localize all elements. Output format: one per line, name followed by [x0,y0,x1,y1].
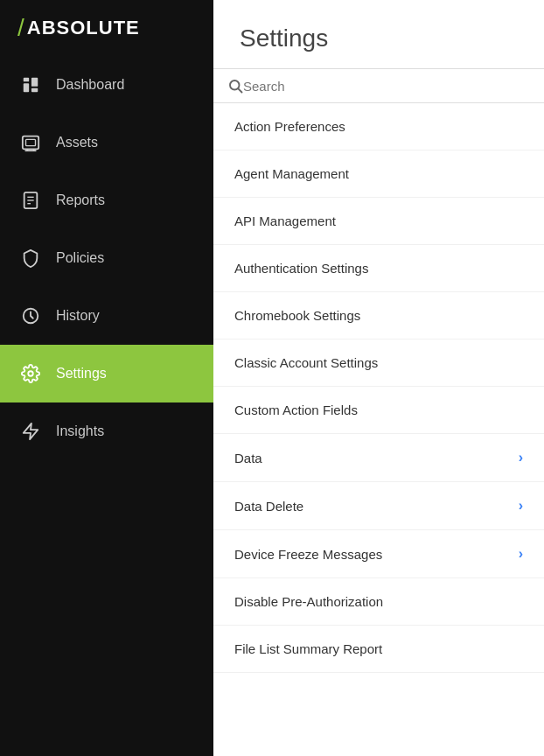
sidebar-item-label: Insights [56,424,104,439]
insights-icon [21,422,40,441]
settings-item-label: Data [234,451,262,466]
main-content: Settings Action PreferencesAgent Managem… [213,0,544,756]
settings-item-label: Data Delete [234,499,303,514]
logo-slash: / [17,16,25,40]
svg-line-17 [238,88,241,92]
settings-item-label: Action Preferences [234,119,345,134]
settings-list-item[interactable]: Device Freeze Messages› [213,530,544,578]
sidebar-item-history[interactable]: History [0,287,213,345]
settings-item-label: API Management [234,214,336,228]
svg-rect-0 [24,78,29,82]
settings-item-label: Chromebook Settings [234,308,360,323]
policies-icon [21,248,40,268]
chevron-right-icon: › [519,498,523,514]
settings-list-item[interactable]: Action Preferences [213,103,544,150]
logo-name: ABSOLUTE [27,17,140,39]
sidebar-item-label: Reports [56,192,105,208]
settings-item-label: Disable Pre-Authorization [234,594,383,609]
settings-list: Action PreferencesAgent ManagementAPI Ma… [213,103,544,756]
settings-list-item[interactable]: Data› [213,434,544,482]
logo-area: / ABSOLUTE [0,0,213,56]
svg-rect-4 [23,136,38,150]
settings-list-item[interactable]: API Management [213,198,544,245]
svg-marker-15 [24,424,38,439]
settings-list-item[interactable]: Disable Pre-Authorization [213,578,544,626]
svg-rect-5 [26,139,36,145]
svg-point-14 [28,371,33,376]
search-box [213,68,544,103]
sidebar-item-label: Assets [56,135,98,150]
sidebar: / ABSOLUTE Dashboard [0,0,213,756]
sidebar-item-reports[interactable]: Reports [0,172,213,229]
settings-list-item[interactable]: Authentication Settings [213,245,544,292]
dashboard-icon [21,75,40,94]
settings-list-item[interactable]: Classic Account Settings [213,340,544,387]
settings-item-label: Agent Management [234,166,349,181]
chevron-right-icon: › [519,450,523,466]
sidebar-item-assets[interactable]: Assets [0,114,213,172]
svg-rect-1 [24,83,29,92]
settings-item-label: Device Freeze Messages [234,547,382,562]
history-icon [21,306,40,326]
assets-icon [21,133,40,152]
settings-list-item[interactable]: Chromebook Settings [213,292,544,340]
chevron-right-icon: › [519,546,523,562]
svg-rect-3 [31,88,38,93]
search-input[interactable] [243,79,530,94]
settings-list-item[interactable]: Agent Management [213,150,544,198]
settings-item-label: Authentication Settings [234,261,368,276]
sidebar-item-label: Policies [56,250,104,266]
sidebar-item-label: Dashboard [56,77,124,93]
settings-item-label: File List Summary Report [234,641,382,656]
settings-list-item[interactable]: Data Delete› [213,482,544,530]
sidebar-item-policies[interactable]: Policies [0,229,213,287]
sidebar-item-settings[interactable]: Settings [0,345,213,402]
settings-item-label: Custom Action Fields [234,402,358,417]
search-icon [227,78,243,94]
sidebar-item-label: Settings [56,366,107,382]
settings-icon [21,364,40,383]
sidebar-item-label: History [56,308,100,324]
sidebar-item-insights[interactable]: Insights [0,402,213,460]
settings-item-label: Classic Account Settings [234,355,378,370]
svg-rect-2 [31,78,38,87]
page-title: Settings [213,0,544,68]
logo: / ABSOLUTE [17,16,140,40]
reports-icon [21,191,40,210]
settings-list-item[interactable]: Custom Action Fields [213,387,544,434]
settings-list-item[interactable]: File List Summary Report [213,626,544,673]
sidebar-item-dashboard[interactable]: Dashboard [0,56,213,114]
nav-items: Dashboard Assets [0,56,213,756]
